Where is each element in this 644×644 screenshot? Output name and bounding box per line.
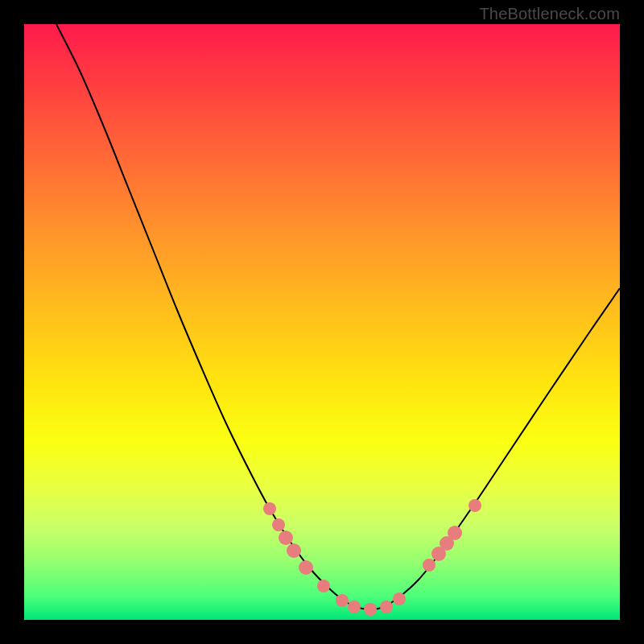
- curve-layer: [56, 24, 620, 609]
- curve-marker: [336, 594, 349, 607]
- watermark-text: TheBottleneck.com: [479, 5, 620, 23]
- curve-marker: [423, 559, 436, 572]
- curve-marker: [393, 592, 406, 605]
- curve-marker: [279, 530, 293, 545]
- chart-frame: TheBottleneck.com: [0, 0, 644, 644]
- curve-marker: [317, 580, 330, 592]
- curve-marker: [469, 499, 481, 512]
- curve-marker: [299, 560, 313, 575]
- marker-layer: [263, 499, 481, 616]
- curve-marker: [272, 518, 285, 531]
- curve-marker: [448, 526, 462, 540]
- bottleneck-curve-path: [56, 24, 620, 609]
- curve-marker: [364, 603, 377, 616]
- curve-marker: [287, 543, 301, 558]
- curve-marker: [263, 502, 276, 515]
- bottleneck-curve-svg: [24, 24, 620, 620]
- curve-marker: [380, 601, 393, 613]
- plot-area: [24, 24, 620, 620]
- curve-marker: [348, 601, 361, 613]
